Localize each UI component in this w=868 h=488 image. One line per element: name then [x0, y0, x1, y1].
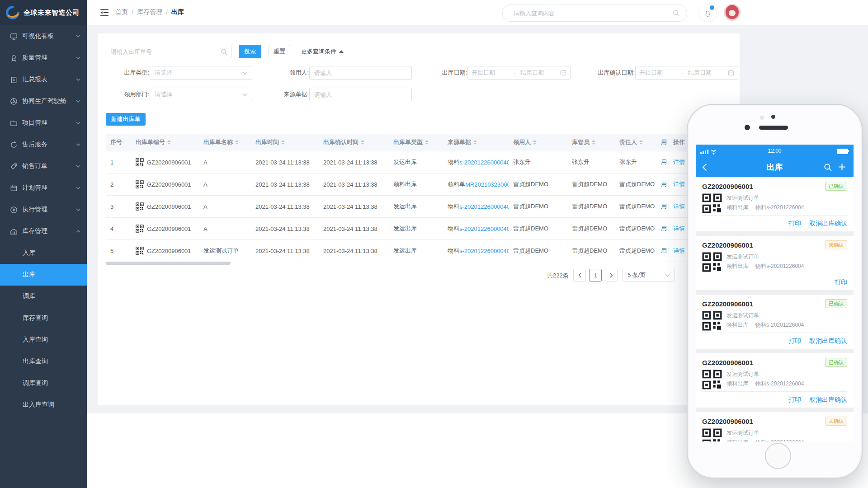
- sidebar-item-execution[interactable]: 执行管理: [0, 199, 87, 221]
- detail-link[interactable]: 详情: [673, 202, 685, 211]
- dept-select[interactable]: 请选择: [150, 88, 252, 101]
- sidebar-item-dashboard[interactable]: 可视化看板: [0, 25, 87, 47]
- sort-icon[interactable]: [235, 140, 239, 145]
- header-owner[interactable]: 责任人: [615, 138, 660, 146]
- qr-code-icon[interactable]: [136, 158, 144, 166]
- front-camera: [745, 125, 750, 130]
- source-label: 来源单据:: [260, 88, 309, 101]
- header-type[interactable]: 出库单类型: [389, 138, 443, 146]
- sidebar-item-sales-orders[interactable]: 销售订单: [0, 155, 87, 177]
- detail-link[interactable]: 详情: [673, 180, 685, 188]
- range-arrow: →: [511, 70, 517, 76]
- cell-recipient: 雷贞超DEMO: [509, 247, 567, 255]
- sidebar-subitem-inout-query[interactable]: 出入库查询: [0, 394, 87, 416]
- sidebar-subitem-stock-query[interactable]: 库存查询: [0, 307, 87, 329]
- detail-link[interactable]: 详情: [673, 247, 685, 255]
- chevron-down-icon: [76, 35, 80, 38]
- outbound-mobile-card[interactable]: GZ20200906001已确认 发运测试订单 领料出库物料s-20201226…: [696, 295, 854, 349]
- sort-icon[interactable]: [533, 140, 537, 145]
- sort-icon[interactable]: [281, 140, 285, 145]
- sort-icon[interactable]: [425, 140, 429, 145]
- sidebar-item-aftersales[interactable]: 售后服务: [0, 134, 87, 155]
- reset-button[interactable]: 重置: [269, 45, 290, 58]
- header-name[interactable]: 出库单名称: [199, 138, 251, 146]
- breadcrumb-home[interactable]: 首页: [115, 8, 128, 16]
- source-doc-link[interactable]: MR202103230002: [465, 181, 509, 188]
- card-type: 领料出库: [726, 263, 748, 269]
- qr-code-icon[interactable]: [136, 225, 144, 233]
- type-select[interactable]: 请选择: [150, 66, 252, 80]
- sidebar-item-plan[interactable]: 计划管理: [0, 177, 87, 199]
- next-page-button[interactable]: [605, 269, 618, 282]
- detail-link[interactable]: 详情: [673, 225, 685, 233]
- breadcrumb-inventory[interactable]: 库存管理: [137, 8, 162, 16]
- recipient-input[interactable]: [310, 66, 411, 79]
- header-recipient[interactable]: 领用人: [509, 138, 567, 146]
- confirm-date-range-picker[interactable]: 开始日期 → 结束日期: [635, 66, 738, 80]
- collapse-sidebar-icon[interactable]: [99, 9, 109, 17]
- sort-icon[interactable]: [639, 140, 643, 145]
- sidebar-item-cockpit[interactable]: 协同生产驾驶舱: [0, 90, 87, 112]
- add-icon[interactable]: [838, 163, 846, 171]
- cell-owner: 雷贞超DEMO: [615, 202, 660, 211]
- cancel-confirm-action[interactable]: 取消出库确认: [809, 396, 847, 404]
- source-doc-link[interactable]: s-20201226000040: [459, 203, 509, 210]
- sidebar-item-projects[interactable]: 项目管理: [0, 112, 87, 134]
- header-keeper[interactable]: 库管员: [567, 138, 615, 146]
- qr-code-icon[interactable]: [136, 202, 144, 211]
- header-code[interactable]: 出库单编号: [131, 138, 199, 146]
- signal-icon: [700, 150, 708, 154]
- cancel-confirm-action[interactable]: 取消出库确认: [809, 337, 847, 345]
- outbound-mobile-card[interactable]: GZ20200906001已确认 发运测试订单 领料出库物料s-20201226…: [696, 353, 854, 408]
- qr-code-icon[interactable]: [136, 180, 144, 188]
- header-time[interactable]: 出库时间: [251, 138, 319, 146]
- qr-code-icon[interactable]: [136, 247, 144, 255]
- cell-type: 发运出库: [389, 202, 443, 211]
- page-size-select[interactable]: 5 条/页: [623, 269, 675, 282]
- sidebar-subitem-inbound-query[interactable]: 入库查询: [0, 329, 87, 351]
- search-icon[interactable]: [673, 9, 679, 16]
- print-action[interactable]: 打印: [788, 220, 801, 228]
- header-source[interactable]: 来源单据: [443, 138, 509, 146]
- status-badge: 已确认: [825, 182, 847, 191]
- more-filters-toggle[interactable]: 更多查询条件: [301, 47, 344, 56]
- sort-icon[interactable]: [592, 140, 595, 145]
- cancel-confirm-action[interactable]: 取消出库确认: [809, 220, 847, 228]
- sidebar-subitem-transfer-query[interactable]: 调库查询: [0, 372, 87, 394]
- global-search-input[interactable]: [513, 5, 668, 21]
- sidebar-item-inventory[interactable]: 库存管理: [0, 221, 87, 242]
- sidebar-subitem-transfer[interactable]: 调库: [0, 286, 87, 307]
- date-range-picker[interactable]: 开始日期 → 结束日期: [467, 66, 571, 80]
- detail-link[interactable]: 详情: [673, 158, 685, 166]
- source-doc-link[interactable]: s-20201226000040: [459, 225, 509, 232]
- order-no-input[interactable]: [106, 45, 231, 58]
- prev-page-button[interactable]: [573, 269, 586, 282]
- source-doc-link[interactable]: s-20201226000040: [459, 159, 509, 166]
- sort-icon[interactable]: [167, 140, 171, 145]
- notifications-button[interactable]: [698, 4, 717, 22]
- outbound-mobile-card[interactable]: GZ20200906001未确认 发运测试订单 领料出库物料s-20201226…: [696, 412, 854, 441]
- page-number-button[interactable]: 1: [589, 269, 602, 282]
- outbound-mobile-card[interactable]: GZ20200906001已确认 发运测试订单 领料出库物料s-20201226…: [696, 177, 854, 231]
- create-outbound-button[interactable]: 新建出库单: [106, 113, 146, 126]
- header-confirm-time[interactable]: 出库确认时间: [319, 138, 389, 146]
- print-action[interactable]: 打印: [788, 337, 801, 345]
- search-icon[interactable]: [824, 163, 832, 171]
- sort-icon[interactable]: [361, 140, 364, 145]
- outbound-mobile-card[interactable]: GZ20200906001未确认 发运测试订单 领料出库物料s-20201226…: [696, 236, 854, 290]
- sidebar-subitem-outbound[interactable]: 出库: [0, 264, 87, 286]
- source-doc-link[interactable]: s-20201226000040: [459, 248, 509, 254]
- sidebar-item-quality[interactable]: 质量管理: [0, 47, 87, 69]
- sidebar-subitem-inbound[interactable]: 入库: [0, 242, 87, 264]
- back-icon[interactable]: [702, 163, 707, 171]
- sort-icon[interactable]: [473, 140, 477, 145]
- scrollbar-thumb[interactable]: [106, 262, 231, 265]
- search-button[interactable]: 搜索: [239, 45, 261, 58]
- avatar[interactable]: [724, 4, 741, 21]
- print-action[interactable]: 打印: [788, 396, 801, 404]
- source-input[interactable]: [310, 88, 411, 101]
- home-button[interactable]: [765, 443, 791, 469]
- sidebar-item-reports[interactable]: 汇总报表: [0, 69, 87, 90]
- print-action[interactable]: 打印: [835, 278, 847, 286]
- sidebar-subitem-outbound-query[interactable]: 出库查询: [0, 351, 87, 372]
